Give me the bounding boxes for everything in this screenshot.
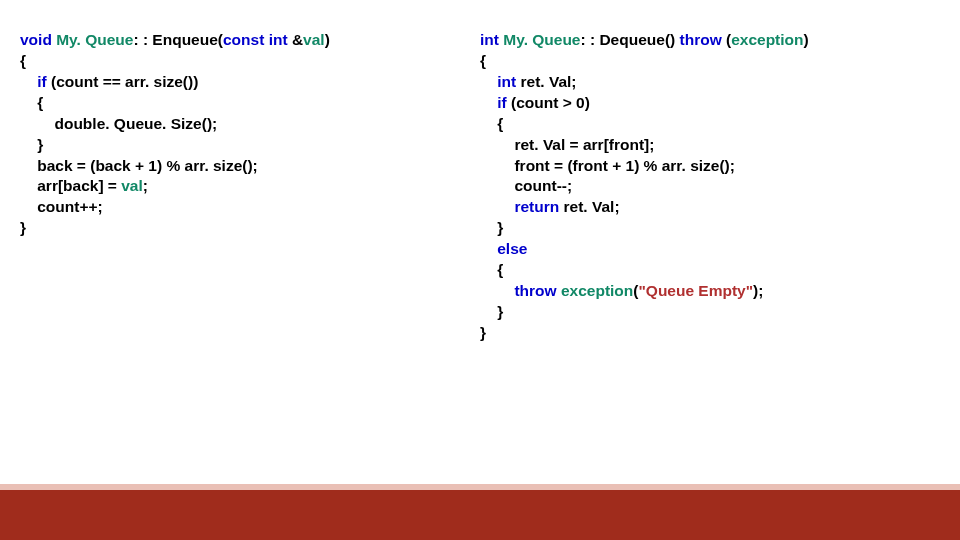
code-token: int bbox=[497, 73, 516, 90]
code-token: back = (back + 1) % arr. size(); bbox=[20, 157, 258, 174]
code-token: { bbox=[20, 94, 43, 111]
code-token: (count == arr. size()) bbox=[47, 73, 199, 90]
code-token bbox=[480, 240, 497, 257]
code-token: } bbox=[20, 219, 26, 236]
code-token: ret. Val; bbox=[559, 198, 619, 215]
code-token: arr[back] = bbox=[20, 177, 121, 194]
code-token: ) bbox=[325, 31, 330, 48]
code-token: ret. Val; bbox=[516, 73, 576, 90]
code-token: ) bbox=[804, 31, 809, 48]
code-token: & bbox=[288, 31, 304, 48]
code-token: My. Queue bbox=[503, 31, 580, 48]
footer-bar bbox=[0, 490, 960, 540]
code-token: throw bbox=[514, 282, 556, 299]
code-token: val bbox=[303, 31, 325, 48]
code-token: if bbox=[37, 73, 46, 90]
code-token: } bbox=[20, 136, 43, 153]
code-token: (count > 0) bbox=[507, 94, 590, 111]
code-token: } bbox=[480, 219, 503, 236]
code-token: } bbox=[480, 324, 486, 341]
code-token: ); bbox=[753, 282, 763, 299]
code-token bbox=[480, 73, 497, 90]
code-token: { bbox=[480, 115, 503, 132]
code-token bbox=[480, 282, 514, 299]
code-token: double. Queue. Size(); bbox=[20, 115, 217, 132]
code-token: { bbox=[20, 52, 26, 69]
code-token: ; bbox=[143, 177, 148, 194]
code-token: } bbox=[480, 303, 503, 320]
code-token: { bbox=[480, 261, 503, 278]
code-token bbox=[480, 198, 514, 215]
code-token: void bbox=[20, 31, 52, 48]
code-token: "Queue Empty" bbox=[638, 282, 753, 299]
code-token: if bbox=[497, 94, 506, 111]
code-token: return bbox=[514, 198, 559, 215]
code-token: else bbox=[497, 240, 527, 257]
code-token bbox=[20, 73, 37, 90]
code-token: My. Queue bbox=[56, 31, 133, 48]
code-token: count--; bbox=[480, 177, 572, 194]
code-token: exception bbox=[561, 282, 633, 299]
code-token: : : Dequeue() bbox=[580, 31, 679, 48]
code-token: exception bbox=[731, 31, 803, 48]
code-token: count++; bbox=[20, 198, 103, 215]
code-token: ( bbox=[722, 31, 731, 48]
code-token: throw bbox=[680, 31, 722, 48]
code-token: front = (front + 1) % arr. size(); bbox=[480, 157, 735, 174]
code-token: : : Enqueue( bbox=[133, 31, 223, 48]
enqueue-code: void My. Queue: : Enqueue(const int &val… bbox=[20, 30, 480, 344]
code-token bbox=[480, 94, 497, 111]
dequeue-code: int My. Queue: : Dequeue() throw (except… bbox=[480, 30, 940, 344]
code-token: { bbox=[480, 52, 486, 69]
code-token: int bbox=[269, 31, 288, 48]
code-token: int bbox=[480, 31, 499, 48]
code-token: ret. Val = arr[front]; bbox=[480, 136, 654, 153]
code-token: val bbox=[121, 177, 143, 194]
code-token: const bbox=[223, 31, 264, 48]
